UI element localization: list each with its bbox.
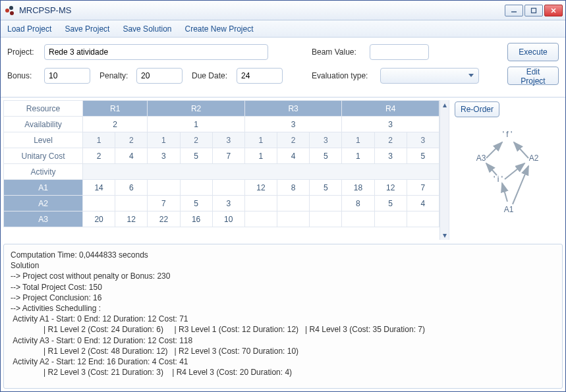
a1-cell[interactable]: 5 <box>310 180 342 196</box>
a1-cell[interactable] <box>148 180 180 196</box>
window-controls <box>505 5 563 16</box>
graph-panel: Re-Order ' f ' <box>451 100 563 240</box>
activity-band <box>83 164 439 180</box>
level-cell[interactable]: 1 <box>342 132 374 148</box>
a3-cell[interactable] <box>407 211 439 227</box>
ucost-cell[interactable]: 1 <box>342 148 374 164</box>
a1-cell[interactable] <box>180 180 212 196</box>
row-a3-label[interactable]: A3 <box>4 211 83 227</box>
avail-r3[interactable]: 3 <box>244 117 342 132</box>
row-a2-label[interactable]: A2 <box>4 196 83 211</box>
a2-cell[interactable]: 7 <box>148 196 180 211</box>
level-cell[interactable]: 3 <box>407 132 439 148</box>
close-button[interactable] <box>544 5 563 16</box>
level-cell[interactable]: 3 <box>212 132 244 148</box>
level-cell[interactable]: 2 <box>180 132 212 148</box>
a1-cell[interactable]: 12 <box>374 180 407 196</box>
a2-cell[interactable] <box>83 196 115 211</box>
menu-save-solution[interactable]: Save Solution <box>116 20 178 37</box>
col-r2[interactable]: R2 <box>148 101 245 117</box>
a2-cell[interactable]: 5 <box>374 196 407 211</box>
a1-cell[interactable]: 7 <box>407 180 439 196</box>
graph-node-a3: A3 <box>476 154 486 163</box>
level-cell[interactable]: 1 <box>244 132 277 148</box>
ucost-cell[interactable]: 2 <box>83 148 115 164</box>
graph-node-i: ' i ' <box>494 175 503 184</box>
beam-value-input[interactable] <box>370 44 429 60</box>
a2-cell[interactable]: 8 <box>342 196 374 211</box>
a3-cell[interactable]: 16 <box>180 211 212 227</box>
edit-project-button[interactable]: Edit Project <box>507 67 559 85</box>
col-r4[interactable]: R4 <box>342 101 439 117</box>
ucost-cell[interactable]: 5 <box>407 148 439 164</box>
level-cell[interactable]: 2 <box>374 132 407 148</box>
a1-cell[interactable]: 18 <box>342 180 374 196</box>
scroll-up-icon[interactable]: ▴ <box>440 100 449 109</box>
minimize-button[interactable] <box>505 5 523 16</box>
a3-cell[interactable]: 22 <box>148 211 180 227</box>
avail-r1[interactable]: 2 <box>83 117 148 132</box>
avail-r2[interactable]: 1 <box>148 117 245 132</box>
output-log[interactable]: Computation Time: 0,0444833 seconds Solu… <box>3 244 563 389</box>
level-cell[interactable]: 2 <box>277 132 310 148</box>
ucost-cell[interactable]: 4 <box>277 148 310 164</box>
ucost-cell[interactable]: 3 <box>374 148 407 164</box>
a2-cell[interactable] <box>244 196 277 211</box>
reorder-button[interactable]: Re-Order <box>455 101 499 117</box>
eval-type-label: Evaluation type: <box>312 71 375 80</box>
col-r1[interactable]: R1 <box>83 101 148 117</box>
svg-line-11 <box>505 163 524 179</box>
a2-cell[interactable]: 3 <box>212 196 244 211</box>
eval-type-combo[interactable] <box>380 68 479 84</box>
due-date-input[interactable] <box>237 68 283 84</box>
level-cell[interactable]: 2 <box>115 132 148 148</box>
a1-cell[interactable]: 6 <box>115 180 148 196</box>
a3-cell[interactable] <box>342 211 374 227</box>
graph-node-f: ' f ' <box>503 130 513 139</box>
beam-value-label: Beam Value: <box>312 47 364 57</box>
menu-load-project[interactable]: Load Project <box>1 20 58 37</box>
execute-button[interactable]: Execute <box>507 43 559 61</box>
a3-cell[interactable] <box>244 211 277 227</box>
ucost-cell[interactable]: 7 <box>212 148 244 164</box>
col-r3[interactable]: R3 <box>244 101 342 117</box>
penalty-input[interactable] <box>136 68 183 84</box>
menu-create-new-project[interactable]: Create New Project <box>179 20 260 37</box>
a2-cell[interactable] <box>115 196 148 211</box>
level-cell[interactable]: 3 <box>310 132 342 148</box>
menubar: Load Project Save Project Save Solution … <box>1 20 565 38</box>
a1-cell[interactable] <box>212 180 244 196</box>
a1-cell[interactable]: 8 <box>277 180 310 196</box>
project-input[interactable] <box>44 44 268 60</box>
maximize-button[interactable] <box>524 5 543 16</box>
bonus-input[interactable] <box>44 68 90 84</box>
chevron-down-icon <box>468 71 474 80</box>
a3-cell[interactable]: 12 <box>115 211 148 227</box>
row-a1-label[interactable]: A1 <box>4 180 83 196</box>
a2-cell[interactable] <box>310 196 342 211</box>
a3-cell[interactable] <box>374 211 407 227</box>
a1-cell[interactable]: 12 <box>244 180 277 196</box>
level-cell[interactable]: 1 <box>83 132 115 148</box>
window-title: MRCPSP-MS <box>19 5 505 15</box>
application-window: MRCPSP-MS Load Project Save Project Save… <box>0 0 566 392</box>
menu-save-project[interactable]: Save Project <box>58 20 116 37</box>
ucost-cell[interactable]: 5 <box>310 148 342 164</box>
ucost-cell[interactable]: 4 <box>115 148 148 164</box>
ucost-cell[interactable]: 1 <box>244 148 277 164</box>
a3-cell[interactable] <box>310 211 342 227</box>
level-cell[interactable]: 1 <box>148 132 180 148</box>
avail-r4[interactable]: 3 <box>342 117 439 132</box>
a2-cell[interactable] <box>277 196 310 211</box>
scroll-down-icon[interactable]: ▾ <box>440 231 449 240</box>
project-label: Project: <box>7 47 39 57</box>
a2-cell[interactable]: 5 <box>180 196 212 211</box>
a1-cell[interactable]: 14 <box>83 180 115 196</box>
ucost-cell[interactable]: 3 <box>148 148 180 164</box>
a2-cell[interactable]: 4 <box>407 196 439 211</box>
a3-cell[interactable]: 10 <box>212 211 244 227</box>
a3-cell[interactable] <box>277 211 310 227</box>
ucost-cell[interactable]: 5 <box>180 148 212 164</box>
a3-cell[interactable]: 20 <box>83 211 115 227</box>
table-scrollbar[interactable]: ▴ ▾ <box>439 100 449 240</box>
